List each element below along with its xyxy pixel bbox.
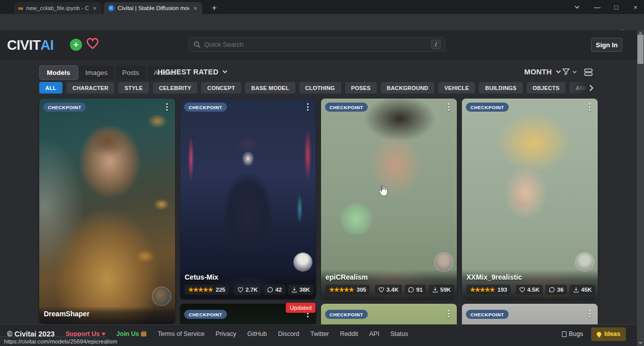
create-plus-button[interactable]: +	[70, 39, 82, 51]
model-stats-row: ★★★★★225 2.7K 42 38K	[185, 285, 311, 295]
model-card-epicrealism[interactable]: CHECKPOINT ⋮ epiCRealism ★★★★★305 3.4K 9…	[321, 99, 457, 299]
model-stats-row: ★★★★★193 4.5K 36 45K	[466, 285, 593, 295]
window-minimize-button[interactable]: —	[588, 0, 607, 14]
model-type-badge: CHECKPOINT	[325, 103, 368, 112]
period-dropdown[interactable]: MONTH	[524, 68, 561, 76]
civitai-logo[interactable]: CIVITAI	[7, 38, 54, 53]
creator-avatar[interactable]	[576, 253, 594, 271]
new-tab-button[interactable]: +	[208, 2, 220, 14]
footer-link-discord[interactable]: Discord	[278, 330, 299, 337]
favorites-heart-icon[interactable]	[86, 38, 99, 50]
sign-in-button[interactable]: Sign In	[591, 38, 622, 52]
footer-link-privacy[interactable]: Privacy	[216, 330, 236, 337]
tab-close-icon[interactable]: ×	[92, 5, 98, 12]
footer-link-github[interactable]: GitHub	[248, 330, 267, 337]
categories-scroll-right-button[interactable]	[568, 81, 598, 95]
footer-link-join-us[interactable]: Join Us	[116, 330, 146, 337]
card-menu-icon[interactable]: ⋮	[163, 103, 171, 111]
scrollbar-up-arrow[interactable]	[638, 32, 642, 34]
category-chip-character[interactable]: CHARACTER	[66, 82, 114, 94]
mouse-hand-cursor	[377, 184, 388, 197]
model-type-badge: CHECKPOINT	[466, 103, 509, 112]
downloads-pill: 38K	[288, 285, 313, 295]
bugs-label: Bugs	[569, 330, 584, 337]
search-input[interactable]	[204, 41, 431, 48]
browser-tab-colab[interactable]: ∞ new_colab_file.ipynb - Colaborat ×	[14, 2, 102, 14]
browser-tab-civitai[interactable]: C Civitai | Stable Diffusion models, ×	[104, 2, 202, 14]
comment-icon	[267, 287, 273, 293]
filter-funnel-icon	[561, 67, 571, 76]
creator-avatar[interactable]	[435, 253, 453, 271]
category-chip-style[interactable]: STYLE	[118, 82, 148, 94]
filter-dropdown[interactable]	[561, 67, 577, 76]
model-type-badge: CHECKPOINT	[184, 310, 227, 319]
model-stats-row: ★★★★★305 3.4K 91 59K	[326, 285, 452, 295]
star-rating-icons: ★★★★★	[470, 286, 495, 293]
window-close-button[interactable]: ×	[626, 0, 644, 14]
category-chip-poses[interactable]: POSES	[345, 82, 377, 94]
creator-avatar[interactable]	[152, 287, 171, 305]
likes-pill: 4.5K	[516, 285, 543, 295]
ideas-button[interactable]: Ideas	[591, 327, 626, 341]
downloads-pill: 45K	[570, 285, 595, 295]
tab-search-icon[interactable]	[568, 0, 587, 14]
lightbulb-icon	[597, 332, 601, 336]
footer-link-reddit[interactable]: Reddit	[340, 330, 358, 337]
browser-tab-bar: ∞ new_colab_file.ipynb - Colaborat × C C…	[0, 0, 644, 14]
footer-link-api[interactable]: API	[369, 330, 379, 337]
model-card-cetus-mix[interactable]: CHECKPOINT ⋮ Cetus-Mix ★★★★★225 2.7K 42 …	[180, 99, 316, 299]
scrollbar-thumb[interactable]	[637, 35, 643, 64]
footer-link-terms[interactable]: Terms of Service	[157, 330, 204, 337]
period-label: MONTH	[524, 68, 552, 76]
quick-search-bar[interactable]: /	[189, 37, 445, 52]
category-chip-concept[interactable]: CONCEPT	[201, 82, 241, 94]
category-chip-objects[interactable]: OBJECTS	[527, 82, 566, 94]
likes-count: 2.7K	[246, 287, 258, 293]
footer-link-status[interactable]: Status	[390, 330, 408, 337]
downloads-pill: 59K	[429, 285, 454, 295]
sort-dropdown[interactable]: HIGHEST RATED	[157, 68, 228, 76]
model-type-badge: CHECKPOINT	[325, 310, 368, 319]
rating-pill: ★★★★★305	[326, 285, 370, 295]
bugs-button[interactable]: Bugs	[562, 330, 584, 337]
card-menu-icon[interactable]: ⋮	[585, 103, 594, 111]
rows-layout-icon	[584, 68, 593, 76]
category-chip-buildings[interactable]: BUILDINGS	[479, 82, 522, 94]
card-menu-icon[interactable]: ⋮	[303, 103, 312, 111]
sort-label: HIGHEST RATED	[157, 68, 218, 76]
category-chip-vehicle[interactable]: VEHICLE	[438, 82, 475, 94]
page-scrollbar[interactable]	[637, 30, 644, 346]
heart-icon	[378, 287, 384, 293]
likes-count: 3.4K	[386, 287, 398, 293]
tab-close-icon[interactable]: ×	[192, 5, 198, 12]
tab-models[interactable]: Models	[39, 65, 78, 80]
model-title: Cetus-Mix	[185, 273, 311, 281]
category-chip-celebrity[interactable]: CELEBRITY	[153, 82, 197, 94]
footer-link-twitter[interactable]: Twitter	[310, 330, 329, 337]
model-title: XXMix_9realistic	[466, 273, 593, 281]
category-chip-clothing[interactable]: CLOTHING	[299, 82, 341, 94]
tab-posts[interactable]: Posts	[115, 66, 146, 79]
rating-count: 305	[357, 287, 366, 293]
likes-pill: 2.7K	[234, 285, 261, 295]
category-chip-all[interactable]: ALL	[39, 82, 62, 94]
category-chip-base-model[interactable]: BASE MODEL	[245, 82, 295, 94]
chevron-right-icon	[589, 84, 594, 92]
scrollbar-down-arrow[interactable]	[638, 342, 642, 344]
model-card-xxmix-9realistic[interactable]: CHECKPOINT ⋮ XXMix_9realistic ★★★★★193 4…	[462, 99, 598, 299]
tab-images[interactable]: Images	[78, 66, 115, 79]
card-menu-icon[interactable]: ⋮	[585, 309, 594, 318]
window-maximize-button[interactable]: □	[607, 0, 626, 14]
model-card-dreamshaper[interactable]: CHECKPOINT ⋮ DreamShaper	[39, 99, 175, 324]
model-type-badge: CHECKPOINT	[466, 310, 509, 319]
download-icon	[291, 287, 297, 293]
creator-avatar[interactable]	[294, 253, 312, 271]
join-us-label: Join Us	[116, 330, 139, 337]
card-menu-icon[interactable]: ⋮	[444, 103, 453, 111]
card-menu-icon[interactable]: ⋮	[444, 309, 453, 318]
star-rating-icons: ★★★★★	[329, 286, 354, 293]
layout-toggle-button[interactable]	[584, 68, 593, 76]
rating-count: 193	[498, 287, 507, 293]
comments-count: 36	[557, 287, 564, 293]
category-chip-background[interactable]: BACKGROUND	[381, 82, 435, 94]
